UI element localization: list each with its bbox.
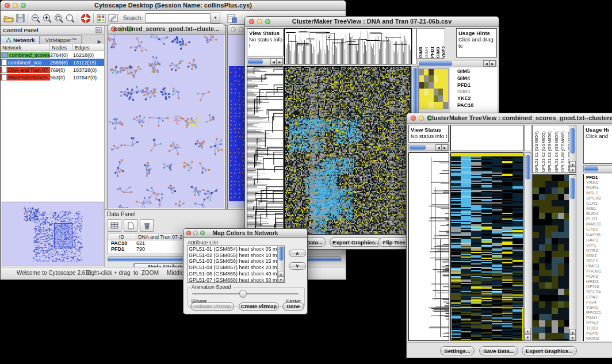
tv1-heatmap-canvas[interactable] [285,67,410,234]
network-2-grid-canvas[interactable] [229,66,246,201]
tv1-gene-dendrogram-pane[interactable] [247,66,284,235]
close-button[interactable] [411,116,416,121]
tv2-zoom-scrollbar[interactable]: ▲ ▼ [569,175,576,340]
tv2-usage-scrollbar[interactable] [583,165,612,173]
attribute-list-item[interactable]: GPL51-03 (GSM856) heat shock 15 min [188,258,284,265]
tab-network[interactable]: Network [1,35,40,44]
scroll-up-arrow[interactable]: ▲ [569,329,576,335]
scroll-right-arrow[interactable]: ▶ [442,144,448,151]
dialog-titlebar[interactable]: Map Colors to Network [183,229,307,238]
tab-overflow-button[interactable]: ▶ [95,39,104,44]
tv1-status-scrollbar[interactable]: ◀ ▶ [247,58,284,66]
open-session-button[interactable] [3,13,14,24]
column-header-network[interactable]: Network [1,44,50,51]
tv2-status-scrollbar[interactable]: ◀ ▶ [408,144,449,151]
close-button[interactable] [231,27,236,32]
attribute-list-item[interactable]: GPL51-04 (GSM857) heat shock 20 min [188,265,284,271]
scroll-left-arrow[interactable]: ◀ [483,60,489,67]
tv2-labels-scrollbar[interactable]: ▲ ▼ [569,125,576,173]
animate-vizmap-button[interactable]: Animate Vizmap [190,302,234,311]
tv1-column-dendrogram-canvas[interactable] [285,29,411,64]
attribute-list[interactable]: GPL51-01 (GSM854) heat shock 05 minGPL51… [187,246,285,283]
move-up-button[interactable]: ∧ [289,250,306,257]
create-vizmap-button[interactable]: Create Vizmap [239,302,279,311]
network-canvas[interactable] [108,35,224,208]
attribute-list-item[interactable]: GPL51-01 (GSM854) heat shock 05 min [188,246,284,252]
tv2-button-settings-[interactable]: Settings... [440,346,475,355]
done-button[interactable]: Done [282,302,304,311]
scroll-up-arrow[interactable]: ▲ [525,328,531,334]
speed-slider-thumb[interactable] [239,290,247,298]
tv2-heatmap-canvas[interactable] [451,153,523,340]
scroll-right-arrow[interactable]: ▶ [489,60,496,67]
network-table-row[interactable]: combined_sco2569(6)13112(15) [1,59,104,66]
scrollbar-thumb[interactable] [570,128,575,154]
save-session-button[interactable] [14,13,26,24]
scroll-down-arrow[interactable]: ▼ [278,277,284,282]
treeview2-window[interactable]: ClusterMaker TreeView : combined_scores_… [406,113,612,358]
tab-vizmapper[interactable]: VizMapper™ [40,35,82,44]
select-attributes-button[interactable] [108,219,121,232]
tv2-v-scrollbar[interactable]: ▲ ▼ [524,152,531,341]
zoom-in-icon[interactable] [41,13,53,24]
tv1-global-h-scrollbar[interactable]: ◀ ▶ [418,60,496,67]
scroll-down-arrow[interactable]: ▼ [569,335,576,340]
tv2-button-save-data-[interactable]: Save Data... [479,346,518,355]
scroll-right-arrow[interactable]: ▶ [277,59,283,65]
zoom-fit-icon[interactable] [64,13,76,24]
minimize-button[interactable] [419,116,424,121]
scrollbar-thumb[interactable] [525,155,530,179]
map-colors-dialog[interactable]: Map Colors to Network Attribute List GPL… [183,228,308,315]
birdseye-canvas[interactable] [3,203,102,266]
birdseye-selection-rect[interactable] [54,223,72,248]
tv1-button-export-graphics-[interactable]: Export Graphics... [330,237,382,247]
attribute-list-scrollbar[interactable]: ▲ ▼ [277,246,284,282]
scrollbar-thumb[interactable] [278,247,284,260]
minimize-button[interactable] [239,27,244,32]
attribute-list-item[interactable]: GPL51-06 (GSM865) heat shock 40 min [188,271,284,277]
network-table-row[interactable]: RNAPuberNov2+563(0)107847(0) [1,74,104,81]
annotation-icon[interactable] [107,13,118,24]
network-view-window[interactable]: combined_scores_good.txt--cluste... [108,24,225,210]
tv1-mini-heatmap-pane[interactable] [419,68,449,109]
column-header-edges[interactable]: Edges [73,44,104,51]
main-titlebar[interactable]: Cytoscape Desktop (Session Name: collins… [1,1,346,11]
tv2-column-dendrogram-pane[interactable] [450,125,523,151]
help-lifebuoy-icon[interactable] [80,13,91,24]
tv1-mini-heatmap-canvas[interactable] [419,69,448,109]
scroll-left-arrow[interactable]: ◀ [435,144,442,151]
scrollbar-thumb[interactable] [248,59,263,64]
zoom-selected-icon[interactable] [53,13,64,24]
column-header-nodes[interactable]: Nodes [50,44,73,51]
treeview1-titlebar[interactable]: ClusterMaker TreeView : DNA and Tran 07-… [245,17,499,27]
attribute-list-item[interactable]: GPL51-07 (GSM868) heat shock 60 min [188,277,284,283]
tv1-gene-dendrogram-canvas[interactable] [247,67,283,234]
tv2-heatmap-pane[interactable] [450,152,523,341]
vizmapper-icon[interactable] [95,13,107,24]
tv2-gene-dendrogram-canvas[interactable] [409,153,449,340]
scroll-down-arrow[interactable]: ▼ [525,334,531,340]
treeview2-titlebar[interactable]: ClusterMaker TreeView : combined_scores_… [407,113,612,124]
scrollbar-thumb[interactable] [419,61,452,66]
tv1-heatmap-pane[interactable] [284,66,411,235]
search-dropdown-button[interactable]: ▼ [211,13,220,24]
import-table-icon[interactable] [226,13,238,24]
tv2-zoom-heatmap-pane[interactable]: ▲ ▼ [532,174,576,341]
scrollbar-thumb[interactable] [410,145,426,150]
scrollbar-thumb[interactable] [570,178,575,199]
network-table-row[interactable]: DNA and Tran 07769(0)183728(0) [1,66,104,74]
scroll-left-arrow[interactable]: ◀ [270,59,277,65]
zoom-out-icon[interactable] [30,13,41,24]
scrollbar-thumb[interactable] [584,166,598,171]
tv2-button-export-graphics-[interactable]: Export Graphics... [522,346,577,355]
network-table-row[interactable]: combined_scores2764(0)16218(0) [1,51,104,59]
tv2-gene-dendrogram-pane[interactable] [408,152,449,341]
scroll-up-arrow[interactable]: ▲ [569,161,576,167]
scroll-down-arrow[interactable]: ▼ [569,167,576,173]
column-header-id[interactable]: ID [108,233,136,240]
network-view-titlebar[interactable]: combined_scores_good.txt--cluste... [108,24,225,35]
search-input[interactable] [145,13,211,23]
move-down-button[interactable]: ∨ [289,262,306,270]
tv2-zoom-heatmap-canvas[interactable] [533,175,569,340]
birdseye-view[interactable] [2,202,104,266]
